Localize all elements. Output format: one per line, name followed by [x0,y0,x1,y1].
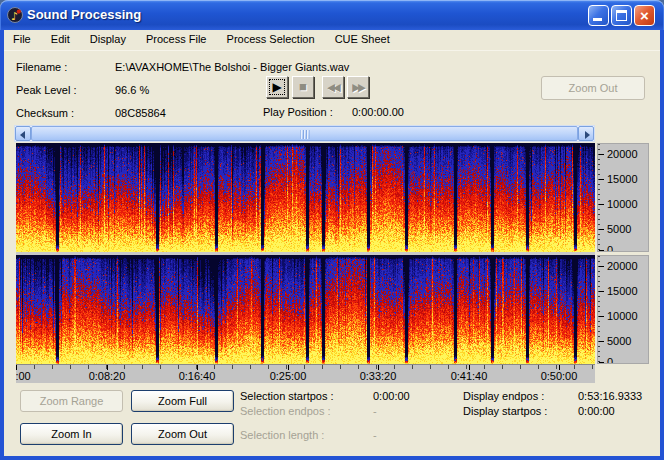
display-endpos-label: Display endpos : [463,390,544,402]
freq-tick-label: 0 [607,356,613,364]
horizontal-scrollbar[interactable] [14,125,595,142]
tick-mark [599,316,604,317]
minor-ticks [598,144,600,251]
freq-tick-label: 10000 [607,198,638,210]
time-tick-label: 0:41:40 [451,370,488,383]
title-bar[interactable]: ♪ Sound Processing × [0,0,664,30]
checksum-value: 08C85864 [115,107,166,119]
peak-level-value: 96.6 % [115,84,149,96]
menu-display[interactable]: Display [82,30,134,47]
close-button[interactable]: × [634,5,655,26]
play-position-label: Play Position : [263,106,333,118]
minimize-button[interactable] [588,5,609,26]
menu-edit[interactable]: Edit [43,30,78,47]
chevron-right-icon [585,131,590,139]
chevron-left-icon [20,131,25,139]
display-endpos-value: 0:53:16.9333 [578,390,642,402]
rewind-icon: ◀◀ [327,77,338,99]
zoom-in-button[interactable]: Zoom In [20,423,123,445]
time-tick-label: 0:16:40 [179,370,216,383]
menu-file[interactable]: File [5,30,39,47]
tick-mark [599,250,604,251]
tick-mark [599,341,604,342]
play-button[interactable]: ▶ [266,76,288,98]
window-title: Sound Processing [27,0,141,30]
zoom-full-button[interactable]: Zoom Full [131,390,234,412]
selection-endpos-value: - [373,405,377,417]
menu-process-selection[interactable]: Process Selection [219,30,323,47]
stop-button[interactable]: ■ [292,76,314,98]
minimize-icon [593,18,602,21]
selection-endpos-label: Selection endpos : [240,405,331,417]
zoom-range-button[interactable]: Zoom Range [20,390,123,412]
app-icon: ♪ [7,7,23,23]
tick-mark [599,204,604,205]
freq-tick-label: 20000 [607,148,638,160]
freq-tick-label: 20000 [607,260,638,272]
freq-tick-label: 5000 [607,335,631,347]
forward-button[interactable]: ▶▶ [347,76,369,98]
time-tick-label: 0:50:00 [541,370,578,383]
close-icon: × [640,7,649,24]
filename-value: E:\AVAXHOME\The Bolshoi - Bigger Giants.… [115,61,349,73]
window-border-left [0,30,4,460]
tick-mark [599,362,604,363]
peak-level-label: Peak Level : [16,84,77,96]
freq-tick-label: 10000 [607,310,638,322]
freq-tick-label: 15000 [607,173,638,185]
tick-mark [599,229,604,230]
window-border-bottom [0,456,664,460]
maximize-button[interactable] [611,5,632,26]
app-window: ♪ Sound Processing × File Edit Display P… [0,0,664,460]
tick-mark [599,154,604,155]
freq-tick-label: 0 [607,244,613,252]
window-border-right [660,30,664,460]
time-tick-label: 0:00:00 [16,370,31,383]
scrollbar-thumb[interactable] [31,126,578,141]
filename-label: Filename : [16,61,67,73]
scroll-left-button[interactable] [15,126,31,141]
maximize-icon [616,10,627,21]
tick-mark [599,266,604,267]
time-tick-label: 0:33:20 [360,370,397,383]
spectrogram-channel-1[interactable] [16,143,595,252]
stop-icon: ■ [299,79,307,94]
time-axis: 0:00:00 0:08:20 0:16:40 0:25:00 0:33:20 … [16,364,595,383]
selection-startpos-value: 0:00:00 [373,390,410,402]
freq-tick-label: 5000 [607,223,631,235]
zoom-out-top-button[interactable]: Zoom Out [541,76,645,100]
minor-ticks [598,256,600,363]
selection-startpos-label: Selection startpos : [240,390,334,402]
zoom-out-button[interactable]: Zoom Out [131,423,234,445]
play-position-value: 0:00:00.00 [352,106,404,118]
rewind-button[interactable]: ◀◀ [322,76,344,98]
display-startpos-value: 0:00:00 [578,405,615,417]
scrollbar-grip-icon [300,130,309,139]
tick-mark [599,179,604,180]
tick-mark [599,291,604,292]
checksum-label: Checksum : [16,107,74,119]
freq-tick-label: 15000 [607,285,638,297]
frequency-axis-1: 20000 15000 10000 5000 0 [597,143,649,252]
forward-icon: ▶▶ [352,77,363,99]
selection-length-label: Selection length : [240,429,324,441]
menu-process-file[interactable]: Process File [138,30,215,47]
time-tick-label: 0:08:20 [89,370,126,383]
menu-cue-sheet[interactable]: CUE Sheet [327,30,398,47]
scroll-right-button[interactable] [578,126,594,141]
display-startpos-label: Display startpos : [463,405,547,417]
minor-ticks [16,365,595,369]
frequency-axis-2: 20000 15000 10000 5000 0 [597,255,649,364]
time-tick-label: 0:25:00 [270,370,307,383]
play-icon: ▶ [272,80,281,94]
selection-length-value: - [373,429,377,441]
menu-bar: File Edit Display Process File Process S… [4,30,660,51]
spectrogram-channel-2[interactable] [16,255,595,364]
